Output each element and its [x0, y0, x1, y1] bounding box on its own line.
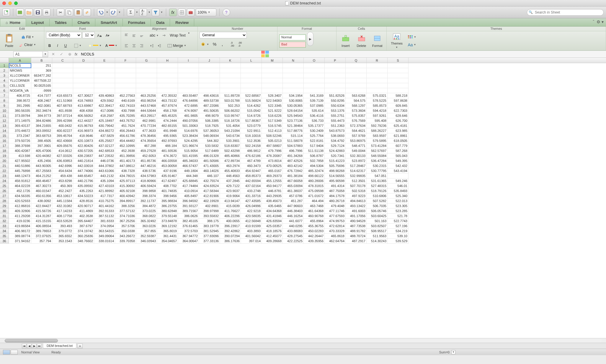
font-color-button[interactable]: A▼: [104, 42, 119, 49]
cell[interactable]: 412.86816: [9, 204, 31, 209]
cell[interactable]: 483.55487: [178, 93, 199, 98]
cell[interactable]: [157, 68, 178, 73]
cell[interactable]: 428.27545: [283, 234, 304, 239]
cell[interactable]: 492.97693: [157, 138, 178, 143]
cell[interactable]: 517.88367: [241, 118, 262, 123]
cell[interactable]: 360.25836: [73, 234, 94, 239]
wrap-dropdown[interactable]: ▼: [188, 32, 190, 39]
cell[interactable]: 477.67593: [325, 214, 346, 219]
cell[interactable]: [52, 73, 73, 78]
cell[interactable]: 511.89728: [220, 93, 241, 98]
cell[interactable]: 468.46457: [31, 178, 52, 183]
cell[interactable]: 379.55148: [157, 214, 178, 219]
cell[interactable]: 440.21796: [73, 178, 94, 183]
cell[interactable]: 477.11746: [325, 209, 346, 214]
styles-more-button[interactable]: ▶: [307, 32, 313, 46]
cell[interactable]: 338.01614: [94, 239, 115, 244]
next-sheet-button[interactable]: ▶: [32, 344, 37, 348]
cell[interactable]: 434.64368: [262, 209, 283, 214]
row-header[interactable]: 1: [0, 63, 9, 68]
cell[interactable]: 446.8781: [262, 188, 283, 194]
cell[interactable]: [199, 73, 220, 78]
cell[interactable]: [52, 83, 73, 88]
cell[interactable]: [157, 73, 178, 78]
cell[interactable]: 90.0025165: [31, 83, 52, 88]
cell[interactable]: [220, 68, 241, 73]
cell[interactable]: 412.56848: [241, 219, 262, 224]
cell[interactable]: 521.78: [388, 214, 409, 219]
cell[interactable]: 382.45105: [178, 219, 199, 224]
cell[interactable]: 446.16254: [283, 214, 304, 219]
cell[interactable]: 368.0822: [136, 214, 157, 219]
cell[interactable]: 419.0236: [9, 219, 31, 224]
cell[interactable]: NCOLS: [9, 63, 31, 68]
cell[interactable]: 425.18497: [94, 118, 115, 123]
cell[interactable]: 405.92108: [115, 188, 136, 194]
cell[interactable]: 532.99835: [346, 173, 367, 178]
cell[interactable]: 372.5703: [178, 229, 199, 234]
row-header[interactable]: 7: [0, 93, 9, 98]
cell[interactable]: 530.2409: [304, 128, 325, 133]
cell[interactable]: 453.8298: [52, 178, 73, 183]
cell[interactable]: 515.41223: [325, 158, 346, 163]
cell[interactable]: 431.41846: [262, 214, 283, 219]
decrease-indent-button[interactable]: [148, 42, 155, 49]
cell[interactable]: [73, 73, 94, 78]
cell[interactable]: 433.2748: [241, 188, 262, 194]
cell[interactable]: 461.64368: [304, 209, 325, 214]
cell[interactable]: 435.6465: [262, 204, 283, 209]
cell[interactable]: 418.18576: [262, 229, 283, 234]
cell[interactable]: 562.57697: [367, 148, 388, 153]
insert-function-button[interactable]: ⊕: [66, 51, 73, 57]
cell[interactable]: 420.52933: [9, 199, 31, 204]
wrap-text-button[interactable]: Wrap Text: [168, 32, 187, 39]
cell[interactable]: 502.24158: [241, 143, 262, 148]
cell[interactable]: 388.175: [199, 219, 220, 224]
cell[interactable]: [388, 83, 409, 88]
cell[interactable]: 487.2917: [346, 239, 367, 244]
cell[interactable]: 542.432: [388, 163, 409, 168]
cell[interactable]: [94, 88, 115, 93]
cell[interactable]: 443.57468: [136, 103, 157, 108]
cell[interactable]: 343.26672: [115, 234, 136, 239]
cell[interactable]: 521.9222: [262, 108, 283, 113]
cell[interactable]: 495.9365: [157, 133, 178, 138]
cell[interactable]: 501.163: [367, 219, 388, 224]
cell[interactable]: 512.3536: [241, 138, 262, 143]
row-header[interactable]: 6: [0, 88, 9, 93]
cell[interactable]: [304, 78, 325, 83]
cell[interactable]: [262, 88, 283, 93]
cell[interactable]: 575.8357: [346, 113, 367, 118]
cell[interactable]: [73, 83, 94, 88]
cell[interactable]: 475.09598: [304, 188, 325, 194]
zoom-window-button[interactable]: [14, 1, 18, 5]
cell[interactable]: 533.3901: [220, 138, 241, 143]
cell[interactable]: 520.7341: [325, 153, 346, 158]
cell[interactable]: 400.0655: [220, 219, 241, 224]
cell[interactable]: 548.55084: [367, 153, 388, 158]
cell[interactable]: 494.84613: [346, 199, 367, 204]
cell[interactable]: 484.17578: [325, 194, 346, 199]
cell[interactable]: 379.0772: [52, 229, 73, 234]
cell[interactable]: 414.31287: [31, 214, 52, 219]
cell[interactable]: 522.9911: [241, 128, 262, 133]
cell[interactable]: 522.7743: [388, 219, 409, 224]
cell[interactable]: 435.1094: [94, 178, 115, 183]
cell[interactable]: 422.22525: [283, 239, 304, 244]
cell[interactable]: 447.23532: [94, 153, 115, 158]
cell[interactable]: 451.287: [283, 199, 304, 204]
cell[interactable]: 518.83307: [220, 143, 241, 148]
cell[interactable]: 481.9805: [178, 113, 199, 118]
cell[interactable]: 512.3501: [346, 178, 367, 183]
cell[interactable]: 380.56335: [9, 108, 31, 113]
column-header[interactable]: M: [262, 58, 283, 63]
cell[interactable]: 465.45325: [157, 113, 178, 118]
cell[interactable]: 414.7377: [31, 93, 52, 98]
tab-review[interactable]: Review: [170, 19, 194, 26]
row-header[interactable]: 19: [0, 153, 9, 158]
cell[interactable]: 512.4113: [262, 128, 283, 133]
cell[interactable]: 402.8901: [199, 204, 220, 209]
cell[interactable]: 501.33063: [178, 123, 199, 128]
cell[interactable]: 523.8972: [346, 158, 367, 163]
cell[interactable]: 427.43103: [94, 183, 115, 188]
